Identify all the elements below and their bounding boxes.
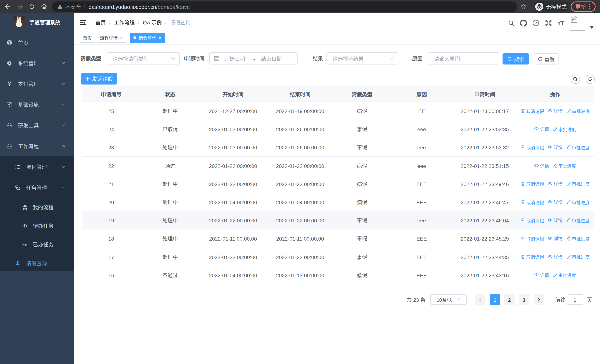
svg-text:?: ?: [535, 21, 537, 25]
